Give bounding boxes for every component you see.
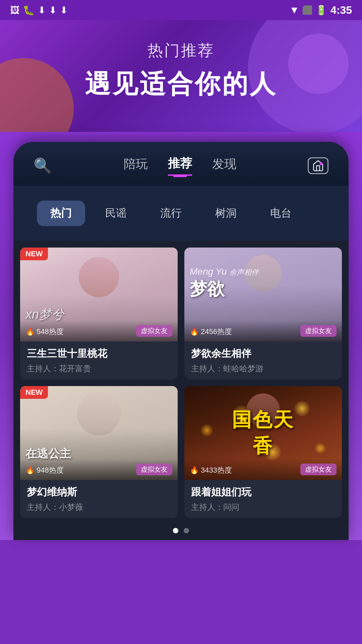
- download-icon-3: ⬇: [60, 5, 68, 16]
- card-2-type: 虚拟女友: [300, 325, 337, 337]
- card-1-text: 三生三世十里桃花 主持人：花开富贵: [20, 341, 178, 379]
- content-grid: NEW xn梦兮 🔥 548热度 虚拟女友 三生三世十里桃花 主持人：花开富贵: [20, 248, 342, 518]
- card-2-image: Meng Yu 余声相伴 梦欲 🔥 2456热度 虚拟女友: [184, 248, 342, 341]
- card-2-text: 梦欲余生相伴 主持人：蛙哈哈梦游: [184, 341, 342, 379]
- card-4-heat-label: 3433热度: [201, 465, 232, 475]
- dot-1[interactable]: [173, 528, 178, 533]
- cat-diantai[interactable]: 电台: [257, 201, 305, 226]
- download-icon-1: ⬇: [38, 5, 46, 16]
- tab-faxian[interactable]: 发现: [212, 156, 236, 175]
- phone-mockup: 🔍 陪玩 推荐 发现 热门 民谣 流: [13, 142, 349, 540]
- card-2-overlay: Meng Yu 余声相伴 梦欲: [190, 266, 337, 301]
- card-3-host: 主持人：小梦薇: [27, 502, 171, 513]
- cat-hot[interactable]: 热门: [37, 201, 85, 226]
- tab-peiwan[interactable]: 陪玩: [124, 156, 148, 175]
- card-2[interactable]: Meng Yu 余声相伴 梦欲 🔥 2456热度 虚拟女友 梦欲余生相伴: [184, 248, 342, 379]
- card-4-overlay-bottom: 🔥 3433热度 虚拟女友: [184, 459, 342, 480]
- wifi-icon: ▼: [289, 4, 299, 16]
- heat-icon-3: 🔥: [25, 466, 35, 475]
- photo-icon: 🖼: [10, 5, 19, 16]
- card-4-type: 虚拟女友: [300, 464, 337, 475]
- card-4-host: 主持人：问问: [191, 502, 335, 513]
- card-1-image: NEW xn梦兮 🔥 548热度 虚拟女友: [20, 248, 178, 341]
- card-1-new-badge: NEW: [20, 248, 48, 260]
- card-1-host: 主持人：花开富贵: [27, 363, 171, 374]
- battery-icon: 🔋: [315, 5, 327, 16]
- card-3-new-badge: NEW: [20, 386, 48, 399]
- pagination-dots: [20, 518, 342, 540]
- status-time: 4:35: [330, 4, 352, 16]
- cat-minyao[interactable]: 民谣: [92, 201, 140, 226]
- card-3[interactable]: NEW 在逃公主 🔥 948热度 虚拟女友 梦幻维纳斯 主持人：小梦薇: [20, 386, 178, 518]
- card-1-heat-label: 548热度: [37, 327, 64, 337]
- card-3-image: NEW 在逃公主 🔥 948热度 虚拟女友: [20, 386, 178, 480]
- card-4-overlay-text: 国色天香: [224, 407, 303, 459]
- card-4[interactable]: 国色天香 🔥 3433热度 虚拟女友 跟着姐姐们玩 主持人：问问: [184, 386, 342, 518]
- home-icon[interactable]: [308, 157, 328, 174]
- phone-mockup-wrapper: 🔍 陪玩 推荐 发现 热门 民谣 流: [0, 132, 362, 540]
- card-2-overlay-bottom: 🔥 2456热度 虚拟女友: [184, 320, 342, 341]
- card-4-image: 国色天香 🔥 3433热度 虚拟女友: [184, 386, 342, 480]
- svg-point-0: [320, 162, 323, 165]
- card-3-text: 梦幻维纳斯 主持人：小梦薇: [20, 480, 178, 518]
- card-1-type: 虚拟女友: [136, 325, 172, 337]
- content-area: NEW xn梦兮 🔥 548热度 虚拟女友 三生三世十里桃花 主持人：花开富贵: [13, 241, 349, 540]
- card-4-heat: 🔥 3433热度: [190, 465, 232, 475]
- cat-shudong[interactable]: 树洞: [202, 201, 250, 226]
- card-1-heat: 🔥 548热度: [25, 327, 64, 337]
- category-bar: 热门 民谣 流行 树洞 电台: [27, 193, 335, 234]
- dot-2[interactable]: [184, 528, 189, 533]
- card-3-title: 梦幻维纳斯: [27, 485, 171, 499]
- card-2-host: 主持人：蛙哈哈梦游: [191, 363, 335, 374]
- heat-icon-2: 🔥: [190, 327, 199, 336]
- cat-liuxing[interactable]: 流行: [147, 201, 195, 226]
- card-3-heat-label: 948热度: [37, 465, 64, 475]
- status-bar: 🖼 🐛 ⬇ ⬇ ⬇ ▼ 🔋 4:35: [0, 0, 362, 20]
- card-1[interactable]: NEW xn梦兮 🔥 548热度 虚拟女友 三生三世十里桃花 主持人：花开富贵: [20, 248, 178, 379]
- card-3-overlay-bottom: 🔥 948热度 虚拟女友: [20, 459, 178, 480]
- card-1-overlay-bottom: 🔥 548热度 虚拟女友: [20, 320, 178, 341]
- hero-subtitle: 热门推荐: [20, 40, 342, 61]
- inner-nav: 🔍 陪玩 推荐 发现: [13, 142, 349, 186]
- card-2-title: 梦欲余生相伴: [191, 347, 335, 361]
- sim-icon: [303, 5, 312, 15]
- card-3-type: 虚拟女友: [136, 464, 172, 475]
- card-2-heat-label: 2456热度: [201, 327, 232, 337]
- card-1-title: 三生三世十里桃花: [27, 347, 171, 361]
- search-icon[interactable]: 🔍: [34, 157, 52, 174]
- status-right-icons: ▼ 🔋 4:35: [289, 4, 352, 16]
- hero-title: 遇见适合你的人: [20, 67, 342, 102]
- heat-icon-1: 🔥: [25, 327, 35, 336]
- bug-icon: 🐛: [23, 5, 35, 16]
- card-4-title: 跟着姐姐们玩: [191, 485, 335, 499]
- status-left-icons: 🖼 🐛 ⬇ ⬇ ⬇: [10, 5, 68, 16]
- nav-tabs: 陪玩 推荐 发现: [124, 155, 236, 176]
- hero-section: 热门推荐 遇见适合你的人: [0, 20, 362, 132]
- card-4-text: 跟着姐姐们玩 主持人：问问: [184, 480, 342, 518]
- card-2-heat: 🔥 2456热度: [190, 327, 232, 337]
- tab-tuijian[interactable]: 推荐: [168, 155, 192, 176]
- card-3-heat: 🔥 948热度: [25, 465, 64, 475]
- download-icon-2: ⬇: [49, 5, 57, 16]
- heat-icon-4: 🔥: [190, 466, 199, 475]
